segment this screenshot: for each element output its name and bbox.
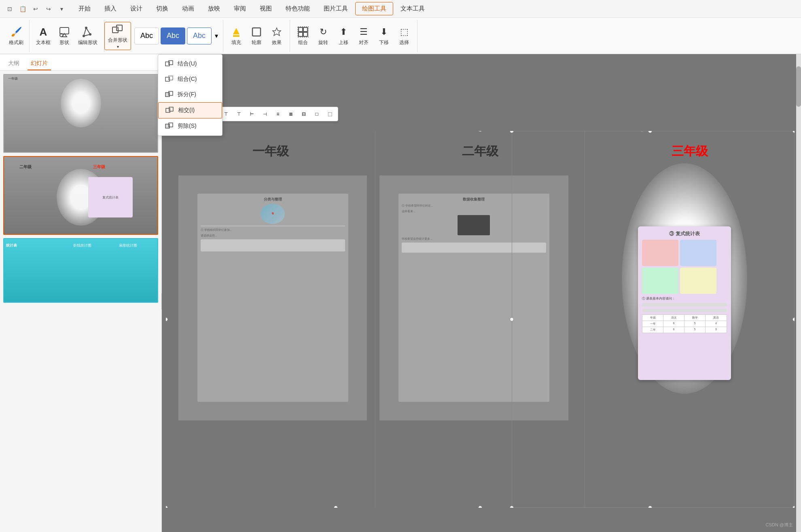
menu-special[interactable]: 特色功能 <box>279 2 316 15</box>
move-up-button[interactable]: ⬆ 上移 <box>334 22 353 50</box>
textstyle-plain-button[interactable]: Abc <box>134 27 159 44</box>
effect-label: 效果 <box>272 39 282 46</box>
merge-subtract-item[interactable]: 剪除(S) <box>158 118 222 134</box>
fill-button[interactable]: 填充 <box>227 22 246 50</box>
textstyle-dropdown[interactable]: ▾ <box>213 30 220 41</box>
svg-rect-15 <box>303 32 307 36</box>
copy-icon[interactable]: ⊡ <box>4 3 15 15</box>
shape-button[interactable]: 形状 <box>55 22 74 50</box>
slide-thumb-2[interactable]: 二年级 三年级 复式统计表 <box>3 156 158 235</box>
edit-shape-icon <box>81 25 94 38</box>
grade1-content: 分类与整理 🎈 ① 学校组织同学们参加... 请选择这些... <box>178 175 367 420</box>
menu-view[interactable]: 视图 <box>253 2 278 15</box>
align-button[interactable]: ☰ 对齐 <box>354 22 373 50</box>
move-down-button[interactable]: ⬇ 下移 <box>374 22 394 50</box>
paste-icon[interactable]: 📋 <box>17 3 28 15</box>
outline-button[interactable]: 轮廓 <box>247 22 266 50</box>
textstyle-blue-button[interactable]: Abc <box>161 27 185 44</box>
svg-rect-14 <box>299 32 303 36</box>
slide-thumbnails: 一年级 二年级 三年级 复式统计表 统计表 <box>0 71 161 532</box>
fragment-icon <box>165 90 174 99</box>
intersect-icon <box>165 106 174 115</box>
menu-insert[interactable]: 插入 <box>98 2 123 15</box>
align-btn-10[interactable]: ≣ <box>285 108 297 120</box>
format-brush-label: 格式刷 <box>9 39 23 46</box>
slide-thumb-3[interactable]: 统计表 折线统计图 扇形统计图 <box>3 238 158 303</box>
shape-icon <box>58 25 71 38</box>
merge-fragment-item[interactable]: 拆分(F) <box>158 87 222 102</box>
textstyle-outlined-button[interactable]: Abc <box>187 27 212 44</box>
grade2-content: 数据收集整理 ① 学校希望同学们对近... 这样看来... 学校希望这些统计更多… <box>379 175 568 420</box>
merge-shape-button[interactable]: 合并形状 ▾ <box>104 22 131 50</box>
svg-rect-10 <box>252 28 261 36</box>
effect-button[interactable]: 效果 <box>267 22 286 50</box>
select-button[interactable]: ⬚ 选择 <box>394 22 414 50</box>
redo-icon[interactable]: ↪ <box>43 3 54 15</box>
align-btn-12[interactable]: □ <box>311 108 323 120</box>
text-style-group: Abc Abc Abc ▾ <box>131 20 223 52</box>
slide-thumb-1[interactable]: 一年级 <box>3 74 158 153</box>
menu-picture-tools[interactable]: 图片工具 <box>317 2 354 15</box>
tab-outline[interactable]: 大纲 <box>5 57 23 70</box>
edit-shape-label: 编辑形状 <box>78 39 97 46</box>
slide-content-area: 一年级 二年级 三年级 分类与整理 🎈 ① 学校组织同学们参加... 请选择这些… <box>166 131 795 508</box>
move-up-icon: ⬆ <box>337 25 350 38</box>
svg-rect-13 <box>303 27 307 32</box>
merge-combine-item[interactable]: 组合(C) <box>158 72 222 87</box>
align-btn-6[interactable]: ⊤ <box>233 108 245 120</box>
undo-icon[interactable]: ↩ <box>30 3 41 15</box>
ribbon-toolbar: 🖌️ 格式刷 A 文本框 形状 <box>0 18 801 54</box>
scrollbar-thumb[interactable] <box>796 66 801 107</box>
menu-review[interactable]: 审阅 <box>227 2 252 15</box>
effect-icon <box>270 25 283 38</box>
align-icon: ☰ <box>357 25 370 38</box>
move-down-icon: ⬇ <box>377 25 390 38</box>
union-label: 结合(U) <box>178 60 197 68</box>
menu-bar: ⊡ 📋 ↩ ↪ ▾ 开始 插入 设计 切换 动画 放映 审阅 视图 特色功能 图… <box>0 0 801 18</box>
select-label: 选择 <box>399 39 409 46</box>
textbox-icon: A <box>37 25 50 38</box>
dropdown-icon[interactable]: ▾ <box>56 3 67 15</box>
fill-outline-effect-group: 填充 轮廓 效果 <box>223 20 290 52</box>
insert-group: A 文本框 形状 编辑形状 <box>30 20 104 52</box>
sidebar: 大纲 幻灯片 一年级 二年级 三年级 <box>0 54 162 532</box>
svg-rect-25 <box>169 108 170 111</box>
combine-icon <box>165 75 174 84</box>
menu-switch[interactable]: 切换 <box>150 2 175 15</box>
format-brush-group: 🖌️ 格式刷 <box>3 20 30 52</box>
edit-shape-button[interactable]: 编辑形状 <box>75 22 101 50</box>
group-icon <box>297 25 309 38</box>
align-btn-8[interactable]: ⊣ <box>259 108 271 120</box>
rotate-button[interactable]: ↻ 旋转 <box>314 22 333 50</box>
menu-start[interactable]: 开始 <box>72 2 97 15</box>
merge-shape-icon <box>111 23 124 36</box>
svg-rect-12 <box>299 27 303 32</box>
group-button[interactable]: 组合 <box>293 22 313 50</box>
move-up-label: 上移 <box>339 39 348 46</box>
format-brush-button[interactable]: 🖌️ 格式刷 <box>6 22 26 50</box>
tab-slides[interactable]: 幻灯片 <box>28 57 51 70</box>
move-down-label: 下移 <box>379 39 389 46</box>
grade3-header: 三年级 <box>585 143 795 160</box>
combine-label: 组合(C) <box>178 76 197 83</box>
align-btn-11[interactable]: ⊟ <box>298 108 310 120</box>
menu-design[interactable]: 设计 <box>124 2 149 15</box>
sidebar-tabs: 大纲 幻灯片 <box>0 54 161 71</box>
rotate-label: 旋转 <box>318 39 328 46</box>
align-btn-7[interactable]: ⊢ <box>246 108 258 120</box>
fill-label: 填充 <box>231 39 241 46</box>
merge-union-item[interactable]: 结合(U) <box>158 56 222 72</box>
grade1-header: 一年级 <box>166 143 375 160</box>
textbox-button[interactable]: A 文本框 <box>33 22 54 50</box>
shape-label: 形状 <box>59 39 69 46</box>
svg-rect-8 <box>117 27 118 29</box>
menu-text-tools[interactable]: 文本工具 <box>394 2 431 15</box>
rotate-icon: ↻ <box>317 25 330 38</box>
menu-drawing-tools[interactable]: 绘图工具 <box>355 2 393 15</box>
menu-animate[interactable]: 动画 <box>176 2 201 15</box>
align-btn-9[interactable]: ≡ <box>272 108 284 120</box>
menu-slideshow[interactable]: 放映 <box>201 2 227 15</box>
align-btn-13[interactable]: ⬚ <box>324 108 336 120</box>
merge-intersect-item[interactable]: 相交(I) <box>158 102 222 118</box>
select-icon: ⬚ <box>398 25 411 38</box>
